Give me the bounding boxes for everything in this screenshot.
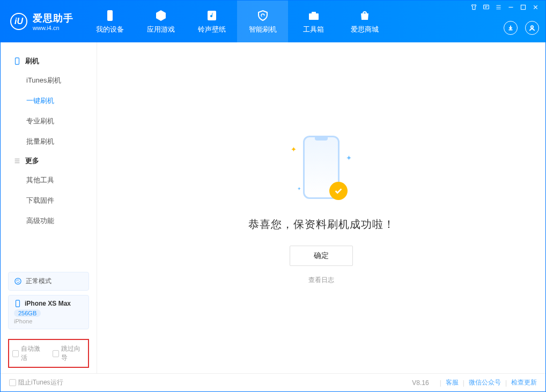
nav-store[interactable]: 爱思商城	[339, 1, 390, 42]
user-icon[interactable]	[525, 21, 539, 35]
success-message: 恭喜您，保资料刷机成功啦！	[248, 217, 395, 232]
success-illustration: ✦ ✦ ✦	[281, 131, 361, 206]
customer-service-link[interactable]: 客服	[446, 378, 459, 387]
svg-rect-3	[312, 12, 316, 14]
logo-area: iU 爱思助手 www.i4.cn	[1, 12, 84, 31]
app-logo-icon: iU	[10, 13, 27, 30]
checkmark-badge-icon	[329, 182, 348, 200]
sidebar-item-download-firmware[interactable]: 下载固件	[1, 190, 97, 211]
footer: 阻止iTunes运行 V8.16 | 客服 | 微信公众号 | 检查更新	[1, 373, 545, 391]
content-area: ✦ ✦ ✦ 恭喜您，保资料刷机成功啦！ 确定 查看日志	[97, 42, 545, 373]
app-subtitle: www.i4.cn	[33, 25, 73, 31]
nav-label: 我的设备	[96, 25, 124, 34]
device-type: iPhone	[14, 318, 83, 324]
sidebar-group-flash: 刷机	[1, 52, 97, 70]
nav-label: 工具箱	[303, 25, 324, 34]
sidebar-item-pro-flash[interactable]: 专业刷机	[1, 111, 97, 131]
list-icon	[13, 157, 21, 165]
main-nav: 我的设备 应用游戏 铃声壁纸 智能刷机 工具箱 爱思商城	[84, 1, 390, 42]
sidebar: 刷机 iTunes刷机 一键刷机 专业刷机 批量刷机 更多 其他工具 下载固件 …	[1, 42, 97, 373]
minimize-icon[interactable]	[507, 4, 514, 11]
nav-label: 智能刷机	[249, 25, 277, 34]
wechat-link[interactable]: 微信公众号	[469, 378, 501, 387]
sparkle-icon: ✦	[291, 145, 297, 153]
sidebar-item-itunes-flash[interactable]: iTunes刷机	[1, 70, 97, 91]
device-storage-badge: 256GB	[14, 309, 41, 317]
svg-point-6	[531, 26, 533, 28]
nav-ringtone-wallpaper[interactable]: 铃声壁纸	[186, 1, 237, 42]
nav-label: 应用游戏	[147, 25, 175, 34]
device-card[interactable]: iPhone XS Max 256GB iPhone	[8, 295, 89, 329]
sidebar-group-more: 更多	[1, 152, 97, 170]
auto-activate-checkbox[interactable]: 自动激活	[12, 344, 45, 363]
sparkle-icon: ✦	[297, 186, 301, 191]
ok-button[interactable]: 确定	[290, 246, 353, 266]
device-mode-status[interactable]: 正常模式	[8, 272, 89, 291]
device-phone-icon	[14, 300, 21, 307]
nav-toolbox[interactable]: 工具箱	[288, 1, 339, 42]
check-update-link[interactable]: 检查更新	[511, 378, 537, 387]
sidebar-item-other-tools[interactable]: 其他工具	[1, 170, 97, 190]
svg-rect-4	[484, 5, 489, 9]
feedback-icon[interactable]	[483, 4, 490, 11]
nav-label: 铃声壁纸	[198, 25, 226, 34]
svg-rect-7	[16, 58, 19, 64]
music-note-icon	[205, 9, 218, 22]
nav-my-device[interactable]: 我的设备	[84, 1, 135, 42]
download-icon[interactable]	[504, 21, 518, 35]
flash-options-highlighted: 自动激活 跳过向导	[8, 339, 89, 368]
nav-smart-flash[interactable]: 智能刷机	[237, 1, 288, 42]
svg-rect-2	[309, 13, 319, 20]
sidebar-item-oneclick-flash[interactable]: 一键刷机	[1, 91, 97, 111]
svg-rect-5	[521, 5, 525, 9]
svg-rect-9	[16, 300, 20, 307]
shirt-icon[interactable]	[470, 4, 477, 11]
svg-point-8	[15, 278, 21, 284]
sidebar-item-batch-flash[interactable]: 批量刷机	[1, 131, 97, 152]
app-title: 爱思助手	[33, 12, 73, 25]
sparkle-icon: ✦	[346, 154, 352, 162]
skip-guide-checkbox[interactable]: 跳过向导	[53, 344, 85, 363]
cube-icon	[154, 9, 167, 22]
nav-apps-games[interactable]: 应用游戏	[135, 1, 186, 42]
window-controls	[470, 4, 539, 11]
header: iU 爱思助手 www.i4.cn 我的设备 应用游戏 铃声壁纸 智能刷机 工具…	[1, 1, 545, 42]
phone-icon	[104, 9, 116, 22]
device-name: iPhone XS Max	[25, 300, 71, 307]
shopping-bag-icon	[358, 9, 371, 22]
sync-icon	[14, 277, 22, 285]
view-log-link[interactable]: 查看日志	[308, 276, 334, 285]
toolbox-icon	[307, 9, 320, 22]
refresh-shield-icon	[256, 9, 269, 22]
phone-outline-icon	[13, 57, 21, 65]
menu-icon[interactable]	[495, 4, 502, 11]
version-label: V8.16	[412, 379, 429, 387]
close-icon[interactable]	[532, 4, 539, 11]
nav-label: 爱思商城	[351, 25, 379, 34]
block-itunes-checkbox[interactable]: 阻止iTunes运行	[9, 378, 63, 387]
sidebar-item-advanced[interactable]: 高级功能	[1, 211, 97, 231]
maximize-icon[interactable]	[520, 4, 527, 11]
svg-rect-0	[107, 10, 113, 21]
